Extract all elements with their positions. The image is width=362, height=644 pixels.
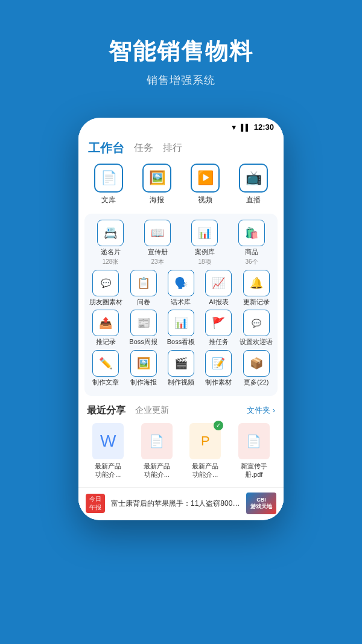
quick-make-material[interactable]: 📝 制作素材 <box>200 350 237 386</box>
library-icon: 📄 <box>94 164 123 193</box>
survey-icon: 📋 <box>130 270 157 296</box>
quick-more[interactable]: 📦 更多(22) <box>238 350 275 386</box>
quick-brochure[interactable]: 📖 宣传册 23本 <box>139 220 176 266</box>
video-label: 视频 <box>198 195 212 205</box>
live-icon: 📺 <box>239 164 268 193</box>
cases-count: 18项 <box>198 258 211 266</box>
status-time: 12:30 <box>254 123 274 132</box>
file-label-2: 最新产品功能介... <box>192 462 218 479</box>
more-label: 更多(22) <box>244 378 269 386</box>
cases-label: 案例库 <box>195 248 215 256</box>
file-card-1[interactable]: 📄 最新产品功能介... <box>136 423 179 479</box>
file-label-3: 新宣传手册.pdf <box>241 462 267 479</box>
quick-boss-board[interactable]: 📊 Boss看板 <box>163 310 199 346</box>
quick-updates[interactable]: 🔔 更新记录 <box>238 270 275 306</box>
push-task-label: 推任务 <box>209 338 229 346</box>
recent-header: 最近分享 企业更新 文件夹 › <box>87 404 275 417</box>
hero-title: 智能销售物料 <box>12 36 350 67</box>
quick-scripts[interactable]: 🗣️ 话术库 <box>163 270 199 306</box>
quick-push-record[interactable]: 📤 推记录 <box>87 310 124 346</box>
phone-wrapper: ▼ ▌▌ 12:30 工作台 任务 排行 📄 文库 🖼️ 海报 <box>0 106 362 520</box>
cases-icon: 📊 <box>191 220 218 246</box>
scripts-icon: 🗣️ <box>168 270 194 296</box>
make-article-icon: ✏️ <box>92 350 119 377</box>
quick-cases[interactable]: 📊 案例库 18项 <box>186 220 223 266</box>
quick-ai[interactable]: 📈 AI报表 <box>200 270 237 306</box>
namecard-icon: 📇 <box>97 220 124 246</box>
make-video-icon: 🎬 <box>168 350 194 377</box>
quick-greeting[interactable]: 💬 设置欢迎语 <box>238 310 275 346</box>
check-badge: ✓ <box>214 421 223 430</box>
icon-video[interactable]: ▶️ 视频 <box>184 164 226 205</box>
make-poster-label: 制作海报 <box>130 378 157 386</box>
more-icon: 📦 <box>243 350 270 377</box>
tab-workbench[interactable]: 工作台 <box>88 140 124 156</box>
brochure-count: 23本 <box>151 258 164 266</box>
recent-section: 最近分享 企业更新 文件夹 › W 最新产品功能介... 📄 最新产品功能介..… <box>78 398 284 483</box>
push-record-label: 推记录 <box>96 338 116 346</box>
brochure-label: 宣传册 <box>148 248 168 256</box>
updates-label: 更新记录 <box>243 298 270 306</box>
signal-icon: ▌▌ <box>241 124 250 131</box>
boss-board-label: Boss看板 <box>167 338 195 346</box>
poster-icon: 🖼️ <box>142 164 171 193</box>
updates-icon: 🔔 <box>243 270 270 296</box>
tab-tasks[interactable]: 任务 <box>134 142 153 155</box>
make-video-label: 制作视频 <box>168 378 194 386</box>
file-card-2[interactable]: P ✓ 最新产品功能介... <box>184 423 227 479</box>
file-icon-pdf-1: 📄 <box>141 423 173 459</box>
quick-push-task[interactable]: 🚩 推任务 <box>200 310 237 346</box>
make-poster-icon: 🖼️ <box>130 350 157 377</box>
main-icon-row: 📄 文库 🖼️ 海报 ▶️ 视频 📺 直播 <box>78 160 284 211</box>
file-card-0[interactable]: W 最新产品功能介... <box>87 423 130 479</box>
news-badge: 今日 午报 <box>86 494 105 513</box>
poster-label: 海报 <box>150 195 164 205</box>
news-text[interactable]: 富士康背后的苹果黑手：11人盗窃800个摄像头，有人拿假机... <box>111 499 240 509</box>
products-count: 36个 <box>245 258 258 266</box>
moments-label: 朋友圈素材 <box>89 298 122 306</box>
quick-survey[interactable]: 📋 问卷 <box>125 270 162 306</box>
file-label-0: 最新产品功能介... <box>95 462 121 479</box>
tab-bar: 工作台 任务 排行 <box>78 134 284 160</box>
quick-products[interactable]: 🛍️ 商品 36个 <box>233 220 270 266</box>
tab-ranking[interactable]: 排行 <box>163 142 182 155</box>
news-logo: CBI游戏天地 <box>246 493 276 514</box>
live-label: 直播 <box>246 195 261 205</box>
push-task-icon: 🚩 <box>205 310 232 336</box>
file-icon-ppt: P ✓ <box>189 423 221 459</box>
news-bar: 今日 午报 富士康背后的苹果黑手：11人盗窃800个摄像头，有人拿假机... C… <box>78 487 284 519</box>
brochure-icon: 📖 <box>144 220 171 246</box>
survey-label: 问卷 <box>137 298 150 306</box>
quick-grid: 📇 递名片 128张 📖 宣传册 23本 📊 案例库 18项 <box>84 214 278 396</box>
quick-make-video[interactable]: 🎬 制作视频 <box>163 350 199 386</box>
quick-boss-weekly[interactable]: 📰 Boss周报 <box>125 310 162 346</box>
quick-moments[interactable]: 💬 朋友圈素材 <box>87 270 124 306</box>
file-icon-pdf-2: 📄 <box>238 423 270 459</box>
library-label: 文库 <box>101 195 116 205</box>
folder-link[interactable]: 文件夹 › <box>247 405 275 416</box>
phone-mockup: ▼ ▌▌ 12:30 工作台 任务 排行 📄 文库 🖼️ 海报 <box>78 118 284 520</box>
boss-weekly-label: Boss周报 <box>129 338 157 346</box>
quick-row-2: 💬 朋友圈素材 📋 问卷 🗣️ 话术库 📈 AI报表 <box>87 270 275 306</box>
products-icon: 🛍️ <box>238 220 265 246</box>
file-card-3[interactable]: 📄 新宣传手册.pdf <box>233 423 276 479</box>
recent-title-active[interactable]: 最近分享 <box>87 404 125 417</box>
namecard-label: 递名片 <box>101 248 121 256</box>
quick-make-poster[interactable]: 🖼️ 制作海报 <box>125 350 162 386</box>
make-material-label: 制作素材 <box>205 378 232 386</box>
icon-poster[interactable]: 🖼️ 海报 <box>136 164 178 205</box>
make-article-label: 制作文章 <box>92 378 119 386</box>
ai-icon: 📈 <box>205 270 232 296</box>
products-label: 商品 <box>245 248 258 256</box>
quick-row-4: ✏️ 制作文章 🖼️ 制作海报 🎬 制作视频 📝 制作素材 <box>87 350 275 386</box>
quick-make-article[interactable]: ✏️ 制作文章 <box>87 350 124 386</box>
icon-live[interactable]: 📺 直播 <box>232 164 275 205</box>
ai-label: AI报表 <box>209 298 228 306</box>
quick-namecard[interactable]: 📇 递名片 128张 <box>92 220 129 266</box>
file-row: W 最新产品功能介... 📄 最新产品功能介... P ✓ 最新产品功能介... <box>87 423 275 479</box>
video-icon: ▶️ <box>191 164 220 193</box>
hero-subtitle: 销售增强系统 <box>12 73 350 88</box>
hero-section: 智能销售物料 销售增强系统 <box>0 0 362 106</box>
recent-title-inactive[interactable]: 企业更新 <box>135 405 169 416</box>
icon-library[interactable]: 📄 文库 <box>87 164 130 205</box>
